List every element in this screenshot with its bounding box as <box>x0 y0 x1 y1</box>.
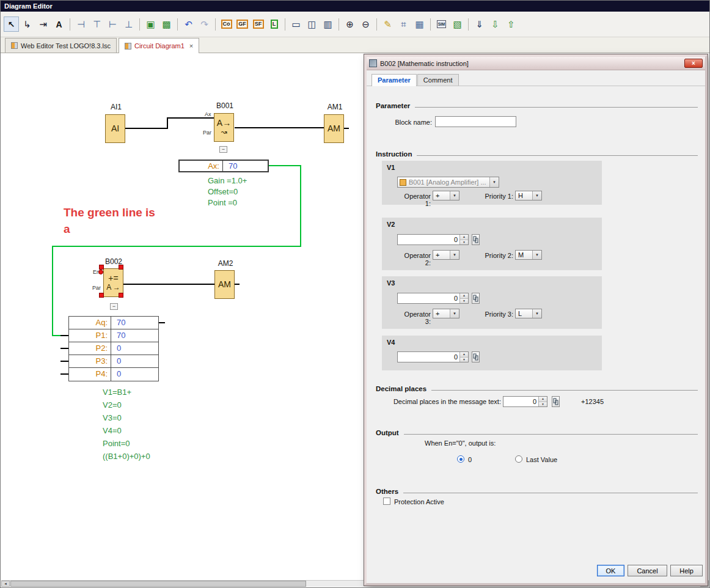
window-single-button[interactable]: ▭ <box>288 17 304 32</box>
decimal-places-spinner[interactable]: 0 ▲▼ <box>503 396 547 407</box>
spin-down-icon[interactable]: ▼ <box>460 240 468 245</box>
collapse-toggle-b001[interactable]: − <box>219 146 227 153</box>
tab-web-editor-test[interactable]: Web Editor Test LOGO!8.3.lsc <box>5 38 117 53</box>
tab-circuit-diagram1[interactable]: Circuit Diagram1 × <box>119 38 199 53</box>
annotation-line1: The green line is <box>64 204 155 221</box>
selection-handle-br[interactable] <box>119 293 123 298</box>
window-split-3-button[interactable]: ▥ <box>320 17 335 32</box>
v2-reference-button[interactable] <box>472 234 480 245</box>
priority2-combo[interactable]: M ▼ <box>515 250 542 260</box>
block-name-input[interactable] <box>435 116 516 127</box>
v4-value-spinner[interactable]: 0 ▲▼ <box>397 351 469 362</box>
v3-value-spinner[interactable]: 0 ▲▼ <box>397 293 469 304</box>
v3-reference-button[interactable] <box>472 293 480 304</box>
block-ai1[interactable]: AI <box>105 114 125 143</box>
v4-reference-button[interactable] <box>472 351 480 362</box>
ax-parameter-box[interactable]: Ax: 70 <box>178 160 269 172</box>
spin-up-icon[interactable]: ▲ <box>539 397 547 402</box>
spin-down-icon[interactable]: ▼ <box>460 358 468 362</box>
ok-button[interactable]: OK <box>597 565 624 576</box>
dialog-close-button[interactable]: × <box>684 59 703 68</box>
help-button[interactable]: Help <box>670 565 703 576</box>
redo-button[interactable]: ↷ <box>197 17 212 32</box>
grid-icon: ▦ <box>415 19 423 30</box>
spin-up-icon[interactable]: ▲ <box>460 352 468 358</box>
align-left-icon: ⊣ <box>77 19 85 30</box>
selection-handle-bl[interactable] <box>99 293 104 298</box>
selection-handle-tr[interactable] <box>119 265 123 270</box>
dialog-titlebar[interactable]: B002 [Mathematic instruction] × <box>367 57 705 70</box>
basic-functions-button[interactable]: GF <box>235 17 250 32</box>
table-row-p2[interactable]: P2:0 <box>69 342 158 355</box>
connector-tool-button[interactable]: ↳ <box>20 17 35 32</box>
scrollbar-thumb[interactable] <box>10 581 306 587</box>
dialog-title: B002 [Mathematic instruction] <box>380 60 469 67</box>
v2-value-spinner[interactable]: 0 ▲▼ <box>397 234 469 245</box>
spin-up-icon[interactable]: ▲ <box>460 293 468 299</box>
output-lastvalue-radio[interactable] <box>515 455 522 463</box>
output-zero-radio[interactable] <box>457 455 464 463</box>
tab-parameter[interactable]: Parameter <box>371 74 417 86</box>
output-zero-label[interactable]: 0 <box>468 456 472 463</box>
scroll-left-arrow[interactable]: ◄ <box>1 581 10 587</box>
operator2-combo[interactable]: + ▼ <box>433 250 459 260</box>
online-test-button[interactable]: ▧ <box>450 17 465 32</box>
distribute-horizontal-button[interactable]: ⊢ <box>105 17 120 32</box>
tab-comment[interactable]: Comment <box>417 74 459 86</box>
row-value: 0 <box>111 342 158 355</box>
decimal-reference-button[interactable] <box>552 396 560 407</box>
block-am2[interactable]: AM <box>214 270 235 299</box>
branch-tool-icon: ⇥ <box>39 19 47 30</box>
select-tool-icon: ↖ <box>8 20 15 29</box>
undo-button[interactable]: ↶ <box>181 17 196 32</box>
table-row-p1[interactable]: P1:70 <box>69 329 158 342</box>
tab-close-icon[interactable]: × <box>189 42 193 50</box>
zoom-out-icon: ⊖ <box>362 19 370 30</box>
wire-ai1-b001[interactable] <box>125 118 214 128</box>
spin-down-icon[interactable]: ▼ <box>539 402 547 407</box>
transfer-button[interactable]: ⇓ <box>472 17 487 32</box>
window-split-2-button[interactable]: ◫ <box>304 17 320 32</box>
constants-button[interactable]: Co <box>219 17 234 32</box>
zoom-out-button[interactable]: ⊖ <box>358 17 373 32</box>
branch-tool-button[interactable]: ⇥ <box>35 17 51 32</box>
block-numbering-button[interactable]: ⌗ <box>396 17 411 32</box>
spin-up-icon[interactable]: ▲ <box>460 235 468 240</box>
selection-handle-tl[interactable] <box>99 265 104 270</box>
protection-active-checkbox[interactable] <box>383 498 390 505</box>
bring-to-front-button[interactable]: ▣ <box>143 17 158 32</box>
text-tool-button[interactable]: A <box>51 17 67 32</box>
align-top-button[interactable]: ⊤ <box>89 17 104 32</box>
zoom-in-button[interactable]: ⊕ <box>342 17 357 32</box>
block-b001[interactable]: A→ ↝ <box>214 113 234 142</box>
table-row-p4[interactable]: P4:0 <box>69 368 158 381</box>
simulation-button[interactable]: SIM <box>434 17 449 32</box>
distribute-vertical-button[interactable]: ⊥ <box>121 17 136 32</box>
spin-down-icon[interactable]: ▼ <box>460 299 468 304</box>
protection-active-label[interactable]: Protection Active <box>394 498 444 505</box>
canvas-annotation[interactable]: The green line is a <box>64 204 155 237</box>
special-functions-button[interactable]: SF <box>251 17 266 32</box>
align-left-button[interactable]: ⊣ <box>73 17 89 32</box>
operator3-combo[interactable]: + ▼ <box>433 309 459 318</box>
table-row-aq[interactable]: Aq:70 <box>69 317 158 329</box>
green-reference-wire[interactable] <box>53 166 301 336</box>
b002-parameter-table[interactable]: Aq:70 P1:70 P2:0 P3:0 P4:0 <box>68 316 159 381</box>
operator1-combo[interactable]: + ▼ <box>433 191 459 200</box>
collapse-toggle-b002[interactable]: − <box>110 303 118 310</box>
priority1-combo[interactable]: H ▼ <box>515 191 542 200</box>
cancel-button[interactable]: Cancel <box>628 565 667 576</box>
pc-to-logo-button[interactable]: ⇩ <box>488 17 503 32</box>
select-tool-button[interactable]: ↖ <box>4 17 19 32</box>
output-lastvalue-label[interactable]: Last Value <box>526 456 557 463</box>
edit-comment-button[interactable]: ✎ <box>380 17 395 32</box>
table-row-p3[interactable]: P3:0 <box>69 355 158 368</box>
priority3-combo[interactable]: L ▼ <box>515 309 542 318</box>
block-am1[interactable]: AM <box>324 114 344 143</box>
grid-button[interactable]: ▦ <box>412 17 427 32</box>
send-to-back-button[interactable]: ▩ <box>159 17 174 32</box>
logic-button[interactable]: L <box>266 17 282 32</box>
v1-reference-combo[interactable]: B001 [Analog Amplifier] ... ▼ <box>397 177 499 188</box>
logo-to-pc-button[interactable]: ⇧ <box>503 17 519 32</box>
toolbar-separator <box>70 18 70 31</box>
